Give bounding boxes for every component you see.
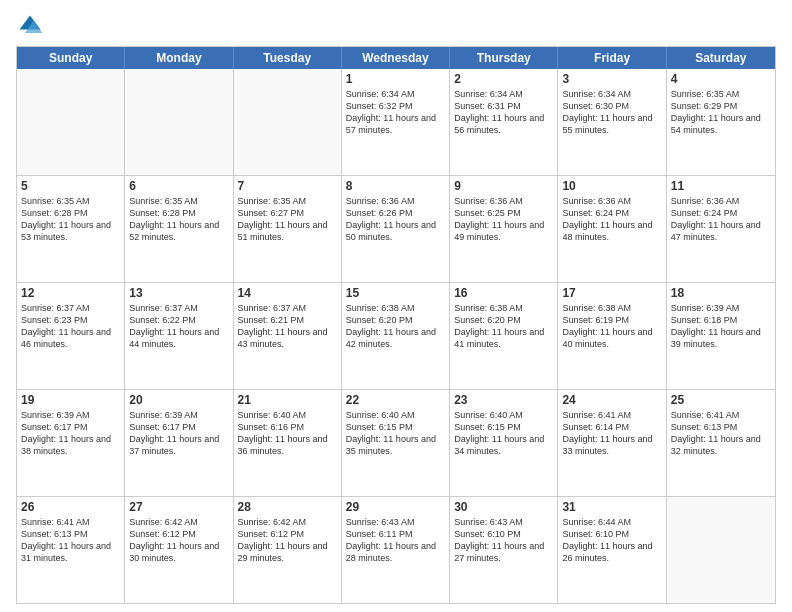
day-cell-31: 31Sunrise: 6:44 AMSunset: 6:10 PMDayligh… — [558, 497, 666, 603]
day-cell-6: 6Sunrise: 6:35 AMSunset: 6:28 PMDaylight… — [125, 176, 233, 282]
day-cell-29: 29Sunrise: 6:43 AMSunset: 6:11 PMDayligh… — [342, 497, 450, 603]
day-number: 20 — [129, 393, 228, 407]
day-cell-7: 7Sunrise: 6:35 AMSunset: 6:27 PMDaylight… — [234, 176, 342, 282]
day-number: 12 — [21, 286, 120, 300]
cell-info: Sunrise: 6:35 AMSunset: 6:28 PMDaylight:… — [21, 195, 120, 244]
day-cell-20: 20Sunrise: 6:39 AMSunset: 6:17 PMDayligh… — [125, 390, 233, 496]
day-number: 21 — [238, 393, 337, 407]
day-cell-4: 4Sunrise: 6:35 AMSunset: 6:29 PMDaylight… — [667, 69, 775, 175]
day-number: 1 — [346, 72, 445, 86]
cell-info: Sunrise: 6:39 AMSunset: 6:18 PMDaylight:… — [671, 302, 771, 351]
cell-info: Sunrise: 6:39 AMSunset: 6:17 PMDaylight:… — [129, 409, 228, 458]
cell-info: Sunrise: 6:37 AMSunset: 6:22 PMDaylight:… — [129, 302, 228, 351]
logo-icon — [16, 12, 44, 40]
cell-info: Sunrise: 6:41 AMSunset: 6:13 PMDaylight:… — [671, 409, 771, 458]
calendar-row-4: 19Sunrise: 6:39 AMSunset: 6:17 PMDayligh… — [17, 389, 775, 496]
header-day-wednesday: Wednesday — [342, 47, 450, 69]
cell-info: Sunrise: 6:35 AMSunset: 6:27 PMDaylight:… — [238, 195, 337, 244]
empty-cell — [125, 69, 233, 175]
day-number: 7 — [238, 179, 337, 193]
empty-cell — [17, 69, 125, 175]
day-cell-8: 8Sunrise: 6:36 AMSunset: 6:26 PMDaylight… — [342, 176, 450, 282]
header — [16, 12, 776, 40]
day-number: 19 — [21, 393, 120, 407]
cell-info: Sunrise: 6:37 AMSunset: 6:23 PMDaylight:… — [21, 302, 120, 351]
day-cell-2: 2Sunrise: 6:34 AMSunset: 6:31 PMDaylight… — [450, 69, 558, 175]
day-cell-1: 1Sunrise: 6:34 AMSunset: 6:32 PMDaylight… — [342, 69, 450, 175]
day-cell-13: 13Sunrise: 6:37 AMSunset: 6:22 PMDayligh… — [125, 283, 233, 389]
day-cell-17: 17Sunrise: 6:38 AMSunset: 6:19 PMDayligh… — [558, 283, 666, 389]
cell-info: Sunrise: 6:40 AMSunset: 6:16 PMDaylight:… — [238, 409, 337, 458]
day-number: 28 — [238, 500, 337, 514]
cell-info: Sunrise: 6:35 AMSunset: 6:29 PMDaylight:… — [671, 88, 771, 137]
cell-info: Sunrise: 6:38 AMSunset: 6:19 PMDaylight:… — [562, 302, 661, 351]
calendar: SundayMondayTuesdayWednesdayThursdayFrid… — [16, 46, 776, 604]
day-cell-12: 12Sunrise: 6:37 AMSunset: 6:23 PMDayligh… — [17, 283, 125, 389]
cell-info: Sunrise: 6:36 AMSunset: 6:26 PMDaylight:… — [346, 195, 445, 244]
empty-cell — [667, 497, 775, 603]
day-number: 5 — [21, 179, 120, 193]
day-cell-16: 16Sunrise: 6:38 AMSunset: 6:20 PMDayligh… — [450, 283, 558, 389]
day-cell-24: 24Sunrise: 6:41 AMSunset: 6:14 PMDayligh… — [558, 390, 666, 496]
day-number: 15 — [346, 286, 445, 300]
day-number: 2 — [454, 72, 553, 86]
day-number: 18 — [671, 286, 771, 300]
cell-info: Sunrise: 6:44 AMSunset: 6:10 PMDaylight:… — [562, 516, 661, 565]
calendar-row-3: 12Sunrise: 6:37 AMSunset: 6:23 PMDayligh… — [17, 282, 775, 389]
day-number: 8 — [346, 179, 445, 193]
cell-info: Sunrise: 6:34 AMSunset: 6:32 PMDaylight:… — [346, 88, 445, 137]
day-cell-21: 21Sunrise: 6:40 AMSunset: 6:16 PMDayligh… — [234, 390, 342, 496]
calendar-row-1: 1Sunrise: 6:34 AMSunset: 6:32 PMDaylight… — [17, 69, 775, 175]
cell-info: Sunrise: 6:40 AMSunset: 6:15 PMDaylight:… — [454, 409, 553, 458]
cell-info: Sunrise: 6:40 AMSunset: 6:15 PMDaylight:… — [346, 409, 445, 458]
day-number: 27 — [129, 500, 228, 514]
cell-info: Sunrise: 6:41 AMSunset: 6:14 PMDaylight:… — [562, 409, 661, 458]
header-day-thursday: Thursday — [450, 47, 558, 69]
cell-info: Sunrise: 6:43 AMSunset: 6:11 PMDaylight:… — [346, 516, 445, 565]
day-number: 30 — [454, 500, 553, 514]
day-cell-27: 27Sunrise: 6:42 AMSunset: 6:12 PMDayligh… — [125, 497, 233, 603]
day-cell-25: 25Sunrise: 6:41 AMSunset: 6:13 PMDayligh… — [667, 390, 775, 496]
cell-info: Sunrise: 6:38 AMSunset: 6:20 PMDaylight:… — [346, 302, 445, 351]
day-number: 17 — [562, 286, 661, 300]
day-number: 4 — [671, 72, 771, 86]
cell-info: Sunrise: 6:36 AMSunset: 6:25 PMDaylight:… — [454, 195, 553, 244]
header-day-saturday: Saturday — [667, 47, 775, 69]
day-cell-23: 23Sunrise: 6:40 AMSunset: 6:15 PMDayligh… — [450, 390, 558, 496]
calendar-header: SundayMondayTuesdayWednesdayThursdayFrid… — [17, 47, 775, 69]
cell-info: Sunrise: 6:38 AMSunset: 6:20 PMDaylight:… — [454, 302, 553, 351]
day-number: 22 — [346, 393, 445, 407]
day-number: 24 — [562, 393, 661, 407]
day-cell-30: 30Sunrise: 6:43 AMSunset: 6:10 PMDayligh… — [450, 497, 558, 603]
page: SundayMondayTuesdayWednesdayThursdayFrid… — [0, 0, 792, 612]
day-number: 23 — [454, 393, 553, 407]
day-number: 6 — [129, 179, 228, 193]
cell-info: Sunrise: 6:35 AMSunset: 6:28 PMDaylight:… — [129, 195, 228, 244]
cell-info: Sunrise: 6:42 AMSunset: 6:12 PMDaylight:… — [238, 516, 337, 565]
day-cell-14: 14Sunrise: 6:37 AMSunset: 6:21 PMDayligh… — [234, 283, 342, 389]
day-cell-11: 11Sunrise: 6:36 AMSunset: 6:24 PMDayligh… — [667, 176, 775, 282]
day-number: 25 — [671, 393, 771, 407]
cell-info: Sunrise: 6:39 AMSunset: 6:17 PMDaylight:… — [21, 409, 120, 458]
day-number: 31 — [562, 500, 661, 514]
calendar-row-2: 5Sunrise: 6:35 AMSunset: 6:28 PMDaylight… — [17, 175, 775, 282]
day-cell-15: 15Sunrise: 6:38 AMSunset: 6:20 PMDayligh… — [342, 283, 450, 389]
day-cell-18: 18Sunrise: 6:39 AMSunset: 6:18 PMDayligh… — [667, 283, 775, 389]
cell-info: Sunrise: 6:42 AMSunset: 6:12 PMDaylight:… — [129, 516, 228, 565]
day-cell-9: 9Sunrise: 6:36 AMSunset: 6:25 PMDaylight… — [450, 176, 558, 282]
day-cell-19: 19Sunrise: 6:39 AMSunset: 6:17 PMDayligh… — [17, 390, 125, 496]
calendar-row-5: 26Sunrise: 6:41 AMSunset: 6:13 PMDayligh… — [17, 496, 775, 603]
day-number: 10 — [562, 179, 661, 193]
header-day-monday: Monday — [125, 47, 233, 69]
logo — [16, 12, 48, 40]
day-cell-5: 5Sunrise: 6:35 AMSunset: 6:28 PMDaylight… — [17, 176, 125, 282]
header-day-tuesday: Tuesday — [234, 47, 342, 69]
cell-info: Sunrise: 6:36 AMSunset: 6:24 PMDaylight:… — [562, 195, 661, 244]
day-number: 9 — [454, 179, 553, 193]
day-cell-10: 10Sunrise: 6:36 AMSunset: 6:24 PMDayligh… — [558, 176, 666, 282]
day-cell-3: 3Sunrise: 6:34 AMSunset: 6:30 PMDaylight… — [558, 69, 666, 175]
day-cell-28: 28Sunrise: 6:42 AMSunset: 6:12 PMDayligh… — [234, 497, 342, 603]
cell-info: Sunrise: 6:37 AMSunset: 6:21 PMDaylight:… — [238, 302, 337, 351]
cell-info: Sunrise: 6:34 AMSunset: 6:31 PMDaylight:… — [454, 88, 553, 137]
day-number: 14 — [238, 286, 337, 300]
